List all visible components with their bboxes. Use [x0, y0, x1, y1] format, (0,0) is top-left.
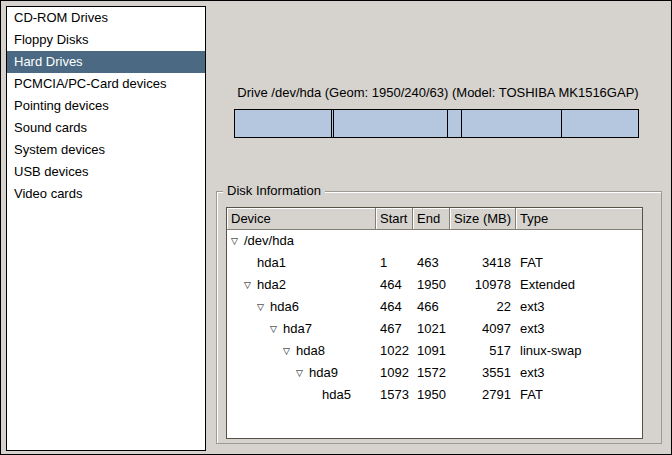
cell-size: 4097 [450, 318, 516, 340]
cell-device: ▽ hda9 [227, 362, 376, 384]
table-row[interactable]: ▽ hda8 1022 1091 517 linux-swap [227, 340, 642, 362]
table-row[interactable]: hda5 1573 1950 2791 FAT [227, 384, 642, 406]
cell-device: hda5 [227, 384, 376, 406]
device-label: hda5 [322, 384, 351, 406]
device-label: hda8 [296, 340, 325, 362]
cell-end: 1950 [413, 384, 450, 406]
partition-divider [461, 110, 462, 137]
cell-end [413, 230, 450, 252]
disk-information-frame: Disk Information Device Start End Size (… [216, 191, 662, 444]
frame-label: Disk Information [223, 182, 325, 200]
cell-type: Extended [516, 274, 642, 296]
cell-device: ▽ hda2 [227, 274, 376, 296]
cell-device: ▽ /dev/hda [227, 230, 376, 252]
cell-type: linux-swap [516, 340, 642, 362]
disk-bar [234, 109, 639, 138]
device-label: hda9 [309, 362, 338, 384]
partition-divider [447, 110, 448, 137]
cell-end: 1021 [413, 318, 450, 340]
sidebar-item-cdrom-drives[interactable]: CD-ROM Drives [7, 7, 205, 29]
cell-start: 464 [376, 274, 413, 296]
sidebar-item-pcmcia-devices[interactable]: PCMCIA/PC-Card devices [7, 73, 205, 95]
cell-size: 517 [450, 340, 516, 362]
expander-icon[interactable]: ▽ [257, 296, 270, 318]
cell-type: FAT [516, 252, 642, 274]
partition-table: Device Start End Size (MB) Type ▽ /dev/h… [226, 207, 643, 439]
table-row[interactable]: ▽ hda6 464 466 22 ext3 [227, 296, 642, 318]
table-row[interactable]: ▽ /dev/hda [227, 230, 642, 252]
column-header-type[interactable]: Type [516, 208, 642, 230]
sidebar-item-pointing-devices[interactable]: Pointing devices [7, 95, 205, 117]
sidebar-item-sound-cards[interactable]: Sound cards [7, 117, 205, 139]
expander-icon[interactable]: ▽ [244, 274, 257, 296]
device-category-list: CD-ROM Drives Floppy Disks Hard Drives P… [6, 6, 206, 451]
cell-start: 1092 [376, 362, 413, 384]
cell-end: 466 [413, 296, 450, 318]
cell-end: 1091 [413, 340, 450, 362]
partition-divider [561, 110, 562, 137]
expander-icon[interactable]: ▽ [231, 230, 244, 252]
cell-size: 3418 [450, 252, 516, 274]
column-header-device[interactable]: Device [227, 208, 376, 230]
table-row[interactable]: ▽ hda9 1092 1572 3551 ext3 [227, 362, 642, 384]
device-label: /dev/hda [244, 230, 294, 252]
cell-start [376, 230, 413, 252]
device-label: hda2 [257, 274, 286, 296]
device-label: hda7 [283, 318, 312, 340]
table-row[interactable]: ▽ hda7 467 1021 4097 ext3 [227, 318, 642, 340]
cell-end: 1950 [413, 274, 450, 296]
device-label: hda6 [270, 296, 299, 318]
column-header-end[interactable]: End [413, 208, 450, 230]
cell-start: 464 [376, 296, 413, 318]
cell-size: 22 [450, 296, 516, 318]
sidebar-item-floppy-disks[interactable]: Floppy Disks [7, 29, 205, 51]
hardware-browser-window: CD-ROM Drives Floppy Disks Hard Drives P… [0, 0, 672, 455]
cell-size [450, 230, 516, 252]
cell-size: 3551 [450, 362, 516, 384]
expander-icon[interactable]: ▽ [296, 362, 309, 384]
column-header-start[interactable]: Start [376, 208, 413, 230]
cell-start: 467 [376, 318, 413, 340]
table-row[interactable]: ▽ hda2 464 1950 10978 Extended [227, 274, 642, 296]
cell-type: FAT [516, 384, 642, 406]
table-header-row: Device Start End Size (MB) Type [227, 208, 642, 230]
cell-start: 1022 [376, 340, 413, 362]
cell-type: ext3 [516, 296, 642, 318]
cell-start: 1573 [376, 384, 413, 406]
sidebar-item-video-cards[interactable]: Video cards [7, 183, 205, 205]
cell-type: ext3 [516, 318, 642, 340]
expander-icon[interactable]: ▽ [270, 318, 283, 340]
device-label: hda1 [257, 252, 286, 274]
table-row[interactable]: hda1 1 463 3418 FAT [227, 252, 642, 274]
expander-icon[interactable]: ▽ [283, 340, 296, 362]
cell-device: ▽ hda6 [227, 296, 376, 318]
cell-type [516, 230, 642, 252]
cell-device: ▽ hda8 [227, 340, 376, 362]
cell-start: 1 [376, 252, 413, 274]
cell-end: 1572 [413, 362, 450, 384]
cell-device: hda1 [227, 252, 376, 274]
partition-divider [331, 110, 332, 137]
cell-end: 463 [413, 252, 450, 274]
column-header-size[interactable]: Size (MB) [450, 208, 516, 230]
sidebar-item-usb-devices[interactable]: USB devices [7, 161, 205, 183]
cell-size: 10978 [450, 274, 516, 296]
cell-device: ▽ hda7 [227, 318, 376, 340]
sidebar-item-system-devices[interactable]: System devices [7, 139, 205, 161]
drive-description-label: Drive /dev/hda (Geom: 1950/240/63) (Mode… [213, 85, 663, 100]
sidebar-item-hard-drives[interactable]: Hard Drives [7, 51, 205, 73]
partition-divider [333, 110, 334, 137]
cell-size: 2791 [450, 384, 516, 406]
cell-type: ext3 [516, 362, 642, 384]
